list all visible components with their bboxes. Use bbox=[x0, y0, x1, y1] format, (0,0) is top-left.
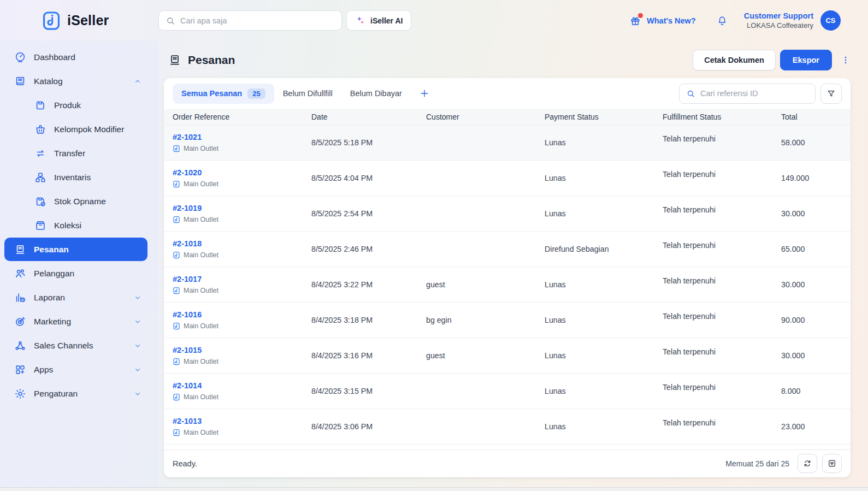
log-button[interactable] bbox=[822, 454, 842, 473]
global-search[interactable] bbox=[158, 10, 342, 31]
order-reference-link[interactable]: #2-1016 bbox=[173, 310, 311, 319]
refresh-button[interactable] bbox=[798, 454, 817, 473]
sidebar-item-produk[interactable]: Produk bbox=[4, 93, 147, 117]
outlet-icon bbox=[173, 322, 180, 330]
column-header-order-reference[interactable]: Order Reference bbox=[173, 113, 311, 121]
account-name: Customer Support bbox=[744, 11, 813, 20]
avatar[interactable]: CS bbox=[820, 10, 841, 31]
table-row[interactable]: #2-1016 Main Outlet 8/4/2025 3:18 PM bg … bbox=[164, 303, 851, 338]
order-date: 8/5/2025 2:46 PM bbox=[311, 245, 426, 253]
sidebar-item-kelompok-modifier[interactable]: Kelompok Modifier bbox=[4, 117, 147, 141]
sidebar-item-pengaturan[interactable]: Pengaturan bbox=[4, 382, 147, 405]
sidebar-item-pesanan[interactable]: Pesanan bbox=[4, 238, 147, 261]
sidebar-item-pelanggan[interactable]: Pelanggan bbox=[4, 262, 147, 285]
page-title: Pesanan bbox=[188, 54, 235, 67]
outlet-icon bbox=[173, 216, 180, 223]
tab-belum-difullfill[interactable]: Belum Difullfill bbox=[274, 84, 341, 104]
orders-toolbar: Semua Pesanan25Belum DifullfillBelum Dib… bbox=[164, 78, 851, 109]
bell-icon[interactable] bbox=[717, 15, 728, 27]
iseller-ai-button[interactable]: iSeller AI bbox=[346, 10, 411, 31]
apps-plus-icon bbox=[14, 364, 26, 376]
sidebar-item-inventaris[interactable]: Inventaris bbox=[4, 165, 147, 189]
save-icon bbox=[34, 99, 46, 111]
sidebar-item-dashboard[interactable]: Dashboard bbox=[4, 45, 147, 69]
global-search-input[interactable] bbox=[180, 16, 335, 25]
table-row[interactable]: #2-1013 Main Outlet 8/4/2025 3:06 PM Lun… bbox=[164, 409, 851, 445]
column-header-customer[interactable]: Customer bbox=[426, 113, 545, 121]
outlet: Main Outlet bbox=[173, 393, 311, 401]
export-button[interactable]: Ekspor bbox=[780, 50, 832, 70]
chevron-down-icon bbox=[133, 293, 142, 302]
order-reference-link[interactable]: #2-1019 bbox=[173, 204, 311, 212]
order-date: 8/4/2025 3:22 PM bbox=[311, 280, 426, 289]
tab-label: Semua Pesanan bbox=[181, 89, 242, 98]
brand[interactable]: iSeller bbox=[41, 10, 158, 31]
page-header: Pesanan Cetak Dokumen Ekspor bbox=[168, 50, 851, 70]
order-total: 30.000 bbox=[781, 351, 851, 360]
notification-dot bbox=[638, 13, 643, 18]
column-header-total[interactable]: Total bbox=[781, 113, 851, 121]
table-row[interactable]: #2-1015 Main Outlet 8/4/2025 3:16 PM gue… bbox=[164, 338, 851, 374]
account-info[interactable]: Customer Support LOKASA Coffeeatery bbox=[744, 11, 813, 29]
horizontal-scrollbar[interactable] bbox=[164, 445, 851, 450]
sidebar-item-katalog[interactable]: Katalog bbox=[4, 69, 147, 93]
add-view-button[interactable] bbox=[415, 84, 434, 103]
sidebar-item-marketing[interactable]: Marketing bbox=[4, 310, 147, 333]
order-reference-link[interactable]: #2-1017 bbox=[173, 275, 311, 283]
sidebar-item-laporan[interactable]: Laporan bbox=[4, 286, 147, 309]
whats-new-link[interactable]: What's New? bbox=[629, 15, 696, 27]
tab-semua-pesanan[interactable]: Semua Pesanan25 bbox=[173, 84, 274, 104]
chevron-up-icon bbox=[133, 77, 142, 86]
sparkle-icon bbox=[355, 15, 365, 26]
table-row[interactable]: #2-1018 Main Outlet 8/5/2025 2:46 PM Dir… bbox=[164, 232, 851, 267]
column-header-fulfillment-status[interactable]: Fulfillment Status bbox=[663, 113, 781, 121]
sidebar-item-label: Pengaturan bbox=[34, 389, 78, 399]
sidebar-item-sales-channels[interactable]: Sales Channels bbox=[4, 334, 147, 357]
order-reference-cell: #2-1021 Main Outlet bbox=[173, 133, 311, 152]
order-reference-link[interactable]: #2-1014 bbox=[173, 381, 311, 390]
refresh-icon bbox=[802, 459, 812, 468]
reference-search[interactable] bbox=[679, 84, 816, 104]
page-scrollbar[interactable] bbox=[0, 487, 868, 491]
column-header-payment-status[interactable]: Payment Status bbox=[545, 113, 663, 121]
ai-button-label: iSeller AI bbox=[370, 16, 403, 25]
order-reference-link[interactable]: #2-1015 bbox=[173, 346, 311, 354]
orders-card: Semua Pesanan25Belum DifullfillBelum Dib… bbox=[164, 78, 851, 477]
outlet-icon bbox=[173, 180, 180, 188]
column-header-date[interactable]: Date bbox=[311, 113, 426, 121]
sidebar-item-stok-opname[interactable]: Stok Opname bbox=[4, 190, 147, 213]
table-row[interactable]: #2-1021 Main Outlet 8/5/2025 5:18 PM Lun… bbox=[164, 125, 851, 161]
outlet: Main Outlet bbox=[173, 358, 311, 365]
order-reference-link[interactable]: #2-1013 bbox=[173, 417, 311, 425]
table-row[interactable]: #2-1017 Main Outlet 8/4/2025 3:22 PM gue… bbox=[164, 267, 851, 303]
table-row[interactable]: #2-1020 Main Outlet 8/5/2025 4:04 PM Lun… bbox=[164, 161, 851, 196]
tab-belum-dibayar[interactable]: Belum Dibayar bbox=[341, 84, 411, 104]
table-row[interactable]: #2-1014 Main Outlet 8/4/2025 3:15 PM Lun… bbox=[164, 374, 851, 409]
fulfillment-status: Telah terpenuhi bbox=[663, 241, 781, 250]
outlet-icon bbox=[173, 251, 180, 259]
sidebar-item-label: Koleksi bbox=[54, 221, 81, 230]
order-total: 30.000 bbox=[781, 209, 851, 218]
print-documents-button[interactable]: Cetak Dokumen bbox=[693, 50, 776, 70]
order-reference-link[interactable]: #2-1018 bbox=[173, 239, 311, 248]
table-row[interactable]: #2-1019 Main Outlet 8/5/2025 2:54 PM Lun… bbox=[164, 196, 851, 232]
filter-button[interactable] bbox=[820, 84, 842, 104]
sidebar-item-apps[interactable]: Apps bbox=[4, 358, 147, 381]
order-reference-link[interactable]: #2-1021 bbox=[173, 133, 311, 141]
order-total: 90.000 bbox=[781, 316, 851, 324]
reference-search-input[interactable] bbox=[700, 89, 808, 98]
toolbar-right bbox=[679, 84, 842, 104]
sidebar-item-transfer[interactable]: Transfer bbox=[4, 141, 147, 165]
more-options-icon[interactable] bbox=[841, 52, 851, 68]
sidebar-item-label: Laporan bbox=[34, 293, 65, 303]
sidebar-item-label: Pesanan bbox=[34, 245, 69, 255]
sidebar-item-koleksi[interactable]: Koleksi bbox=[4, 214, 147, 237]
outlet-label: Main Outlet bbox=[184, 251, 219, 259]
outlet: Main Outlet bbox=[173, 287, 311, 294]
payment-status: Lunas bbox=[545, 138, 663, 147]
order-reference-cell: #2-1016 Main Outlet bbox=[173, 310, 311, 330]
chevron-down-icon bbox=[133, 341, 142, 350]
order-reference-link[interactable]: #2-1020 bbox=[173, 168, 311, 177]
payment-status: Direfund Sebagian bbox=[545, 245, 663, 253]
order-reference-cell: #2-1020 Main Outlet bbox=[173, 168, 311, 188]
